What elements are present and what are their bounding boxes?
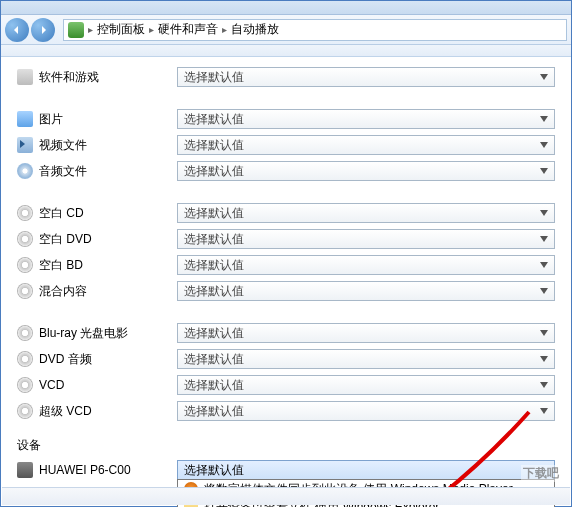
watermark: 下载吧 xyxy=(521,465,561,482)
row-label: 图片 xyxy=(39,111,63,128)
breadcrumb-item[interactable]: 硬件和声音 xyxy=(158,21,218,38)
default-action-dropdown[interactable]: 选择默认值 xyxy=(177,109,555,129)
row-label: 空白 BD xyxy=(39,257,83,274)
chevron-down-icon xyxy=(536,403,552,419)
setting-row: 超级 VCD 选择默认值 xyxy=(17,399,555,423)
setting-row: VCD 选择默认值 xyxy=(17,373,555,397)
dropdown-value: 选择默认值 xyxy=(184,205,244,222)
chevron-down-icon xyxy=(536,69,552,85)
row-label: VCD xyxy=(39,378,64,392)
disc-icon xyxy=(17,231,33,247)
row-label: 音频文件 xyxy=(39,163,87,180)
chevron-right-icon: ▸ xyxy=(222,24,227,35)
audio-icon xyxy=(17,163,33,179)
phone-icon xyxy=(17,462,33,478)
row-label: Blu-ray 光盘电影 xyxy=(39,325,128,342)
dropdown-value: 选择默认值 xyxy=(184,231,244,248)
default-action-dropdown[interactable]: 选择默认值 xyxy=(177,229,555,249)
disc-icon xyxy=(17,283,33,299)
setting-row: 空白 DVD 选择默认值 xyxy=(17,227,555,251)
dropdown-value: 选择默认值 xyxy=(184,69,244,86)
setting-row: 空白 BD 选择默认值 xyxy=(17,253,555,277)
default-action-dropdown[interactable]: 选择默认值 xyxy=(177,401,555,421)
setting-row: Blu-ray 光盘电影 选择默认值 xyxy=(17,321,555,345)
default-action-dropdown[interactable]: 选择默认值 xyxy=(177,67,555,87)
default-action-dropdown[interactable]: 选择默认值 xyxy=(177,161,555,181)
setting-row: 软件和游戏 选择默认值 xyxy=(17,65,555,89)
dropdown-value: 选择默认值 xyxy=(184,163,244,180)
chevron-down-icon xyxy=(536,205,552,221)
disc-icon xyxy=(17,325,33,341)
device-section-heading: 设备 xyxy=(17,437,555,454)
chevron-down-icon xyxy=(536,137,552,153)
row-label: 空白 CD xyxy=(39,205,84,222)
chevron-down-icon xyxy=(536,377,552,393)
picture-icon xyxy=(17,111,33,127)
dropdown-value: 选择默认值 xyxy=(184,403,244,420)
disc-icon xyxy=(17,205,33,221)
default-action-dropdown[interactable]: 选择默认值 xyxy=(177,255,555,275)
navigation-bar: ▸ 控制面板 ▸ 硬件和声音 ▸ 自动播放 xyxy=(1,15,571,45)
default-action-dropdown[interactable]: 选择默认值 xyxy=(177,135,555,155)
row-label: 视频文件 xyxy=(39,137,87,154)
status-bar xyxy=(2,487,570,505)
dropdown-value: 选择默认值 xyxy=(184,325,244,342)
nav-back-button[interactable] xyxy=(5,18,29,42)
software-games-icon xyxy=(17,69,33,85)
default-action-dropdown[interactable]: 选择默认值 xyxy=(177,349,555,369)
chevron-down-icon xyxy=(536,351,552,367)
dropdown-value: 选择默认值 xyxy=(184,462,244,479)
device-action-dropdown[interactable]: 选择默认值 xyxy=(177,460,555,480)
dropdown-value: 选择默认值 xyxy=(184,351,244,368)
chevron-down-icon xyxy=(536,163,552,179)
row-label: 混合内容 xyxy=(39,283,87,300)
toolbar-strip xyxy=(1,45,571,57)
breadcrumb-item[interactable]: 自动播放 xyxy=(231,21,279,38)
control-panel-icon xyxy=(68,22,84,38)
row-label: 软件和游戏 xyxy=(39,69,99,86)
setting-row: 混合内容 选择默认值 xyxy=(17,279,555,303)
breadcrumb[interactable]: ▸ 控制面板 ▸ 硬件和声音 ▸ 自动播放 xyxy=(63,19,567,41)
setting-row: DVD 音频 选择默认值 xyxy=(17,347,555,371)
setting-row: 图片 选择默认值 xyxy=(17,107,555,131)
dropdown-value: 选择默认值 xyxy=(184,377,244,394)
nav-forward-button[interactable] xyxy=(31,18,55,42)
default-action-dropdown[interactable]: 选择默认值 xyxy=(177,375,555,395)
video-icon xyxy=(17,137,33,153)
default-action-dropdown[interactable]: 选择默认值 xyxy=(177,203,555,223)
breadcrumb-item[interactable]: 控制面板 xyxy=(97,21,145,38)
setting-row: 音频文件 选择默认值 xyxy=(17,159,555,183)
setting-row: 视频文件 选择默认值 xyxy=(17,133,555,157)
disc-icon xyxy=(17,257,33,273)
row-label: 超级 VCD xyxy=(39,403,92,420)
disc-icon xyxy=(17,377,33,393)
row-label: DVD 音频 xyxy=(39,351,92,368)
chevron-right-icon: ▸ xyxy=(88,24,93,35)
chevron-right-icon: ▸ xyxy=(149,24,154,35)
window-titlebar xyxy=(1,1,571,15)
chevron-down-icon xyxy=(536,283,552,299)
dropdown-value: 选择默认值 xyxy=(184,111,244,128)
dropdown-value: 选择默认值 xyxy=(184,283,244,300)
dropdown-value: 选择默认值 xyxy=(184,137,244,154)
setting-row: 空白 CD 选择默认值 xyxy=(17,201,555,225)
chevron-down-icon xyxy=(536,111,552,127)
device-name-label: HUAWEI P6-C00 xyxy=(39,463,131,477)
default-action-dropdown[interactable]: 选择默认值 xyxy=(177,323,555,343)
chevron-down-icon xyxy=(536,257,552,273)
disc-icon xyxy=(17,351,33,367)
chevron-down-icon xyxy=(536,231,552,247)
autoplay-settings: 软件和游戏 选择默认值 图片 选择默认值 视频文件 选择默认值 音频文件 选择默… xyxy=(1,57,571,488)
arrow-left-icon xyxy=(12,25,22,35)
chevron-down-icon xyxy=(536,325,552,341)
arrow-right-icon xyxy=(38,25,48,35)
disc-icon xyxy=(17,403,33,419)
row-label: 空白 DVD xyxy=(39,231,92,248)
dropdown-value: 选择默认值 xyxy=(184,257,244,274)
default-action-dropdown[interactable]: 选择默认值 xyxy=(177,281,555,301)
